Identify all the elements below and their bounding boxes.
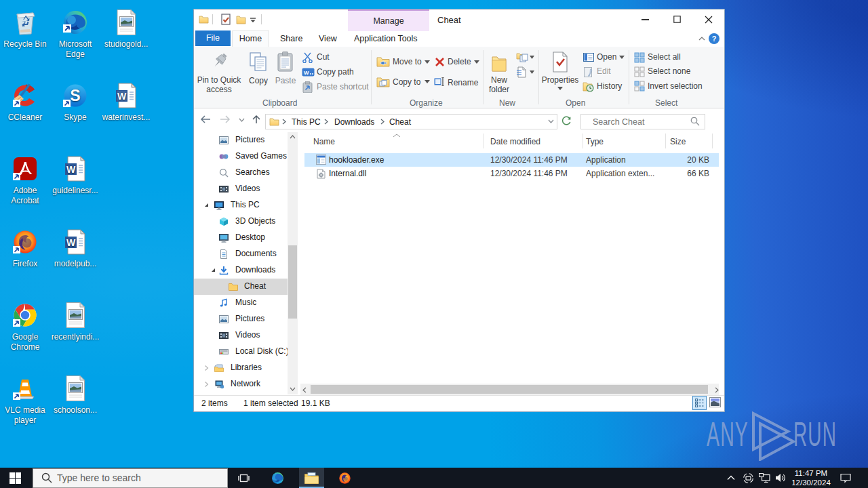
svg-text:W: W (66, 237, 76, 248)
svg-text:ANY: ANY (707, 415, 749, 453)
svg-text:W: W (66, 164, 76, 175)
svg-text:W: W (304, 70, 309, 76)
svg-text:RUN: RUN (793, 415, 837, 453)
svg-text:S: S (70, 87, 80, 104)
svg-text:W: W (117, 91, 127, 102)
